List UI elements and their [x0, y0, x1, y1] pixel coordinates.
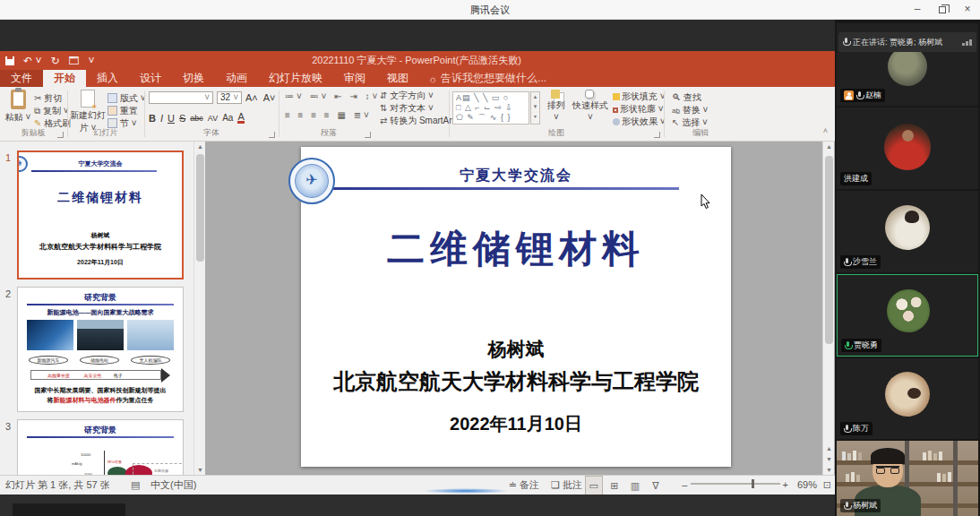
tab-transitions[interactable]: 切换 [172, 70, 215, 87]
reset-button[interactable]: 重置 [107, 105, 138, 117]
tab-home[interactable]: 开始 [43, 70, 86, 87]
language-indicator[interactable]: 中文(中国) [150, 476, 196, 494]
tab-view[interactable]: 视图 [376, 70, 419, 87]
view-buttons[interactable]: ▭ ⊞ ▥ ∇ [585, 476, 665, 496]
font-name-combo[interactable]: ˅ [149, 91, 213, 104]
strikethrough-button[interactable]: S [179, 113, 185, 124]
slide-sorter-icon[interactable]: ⊞ [606, 477, 623, 495]
save-icon[interactable] [5, 56, 14, 65]
slideshow-from-start-icon[interactable]: 🗔 [68, 55, 79, 67]
group-editing: 🔍︎ 查找 ab̲ 替换 ˅ ↖ 选择 ˅ 编辑 [665, 87, 736, 141]
alignment-icons[interactable]: ≡ ≡ ≡ ≡ ▦ ≣˅ [285, 110, 372, 120]
thumbnail-scrollbar[interactable]: ▲ ▼ [193, 142, 205, 475]
comments-button[interactable]: ❏ 批注 [551, 476, 582, 494]
undo-icon[interactable]: ↶ ˅ [23, 55, 41, 67]
shapes-gallery-scroll[interactable]: ▲▼▾ [530, 91, 540, 125]
participant-tile[interactable]: 沙雪兰 [837, 191, 978, 272]
paragraph-dialog-launcher[interactable] [365, 132, 371, 138]
zoom-control[interactable]: – + [682, 476, 788, 494]
slide-scrollbar[interactable]: ▲ ▲ ▼ ▼ [822, 142, 834, 475]
speaking-mic-icon [843, 38, 849, 47]
quick-access-toolbar: ↶ ˅ ↻ 🗔 ˅ [5, 52, 94, 69]
reading-view-icon[interactable]: ▥ [626, 477, 644, 495]
slideshow-view-icon[interactable]: ∇ [647, 477, 665, 495]
shape-fill-button[interactable]: 形状填充 ˅ [613, 90, 666, 103]
minimize-button[interactable]: – [905, 0, 930, 20]
font-color-button[interactable]: A [237, 112, 244, 124]
change-case-button[interactable]: Aa [222, 113, 233, 123]
grow-font-icon: A˄ [245, 92, 258, 103]
avatar [887, 289, 930, 332]
ppt-window-title: 20221110 宁夏大学 - PowerPoint(产品激活失败) [179, 51, 654, 70]
find-button[interactable]: 🔍︎ 查找 [672, 91, 701, 104]
avatar [885, 372, 930, 417]
clipboard-dialog-launcher[interactable] [57, 132, 64, 138]
copy-button[interactable]: ⧉ 复制 ˅ [34, 105, 69, 117]
text-direction-button[interactable]: ⇵ 文字方向 ˅ [380, 90, 434, 102]
underline-button[interactable]: U [168, 113, 175, 124]
zoom-slider[interactable] [691, 483, 780, 485]
cut-button[interactable]: ✂ 剪切 [34, 92, 62, 105]
arrange-button[interactable]: 排列˅ [545, 90, 568, 122]
tab-file[interactable]: 文件 [0, 70, 43, 87]
tab-insert[interactable]: 插入 [86, 70, 129, 87]
normal-view-icon[interactable]: ▭ [585, 476, 603, 496]
shapes-gallery[interactable]: A▤ ╲ ╲ ▭ ○□ △ ⌐ ⌙ ⇨ ⇩⬠ ✎ ⌒ ∿ { } [452, 91, 529, 125]
participant-tile[interactable]: 洪建成 [837, 108, 978, 189]
notes-button[interactable]: ≐ 备注 [509, 476, 539, 494]
participant-tile-video[interactable]: 杨树斌 [837, 441, 978, 516]
tab-animations[interactable]: 动画 [215, 70, 258, 87]
mic-icon [844, 502, 850, 511]
slide-title: 二维储锂材料 [301, 224, 731, 274]
paste-button[interactable]: 粘贴 ˅ [3, 90, 33, 124]
mic-icon [856, 91, 863, 100]
smartart-button[interactable]: ⇄ 转换为 SmartArt [380, 115, 454, 127]
fit-to-window-icon[interactable]: ⊡ [823, 476, 831, 494]
reset-icon [107, 106, 117, 116]
taskbar-fragment [13, 503, 125, 516]
italic-button[interactable]: I [160, 113, 163, 124]
slide-thumbnail-2[interactable]: 研究背景 新能源电池——面向国家重大战略需求 新能源汽车 储能电站 无人机编队 … [17, 287, 184, 412]
quick-styles-button[interactable]: 快速样式˅ [570, 90, 611, 122]
drawing-dialog-launcher[interactable] [654, 132, 660, 138]
participant-tile[interactable]: 陈万 [837, 358, 978, 439]
university-logo [17, 156, 28, 172]
zoom-in-icon[interactable]: + [783, 479, 788, 490]
thumb-number-3: 3 [5, 421, 11, 432]
shape-outline-button[interactable]: 形状轮廓 ˅ [613, 103, 664, 116]
shape-effects-icon [613, 118, 620, 125]
tab-slideshow[interactable]: 幻灯片放映 [258, 70, 333, 87]
slide-thumbnail-3[interactable]: 研究背景 10000 1000 mAh/g 理论容量 石墨负极 [17, 419, 184, 475]
redo-icon[interactable]: ↻ [50, 55, 59, 67]
shape-effects-button[interactable]: 形状效果 ˅ [613, 116, 666, 128]
slide-canvas[interactable]: 宁夏大学交流会 二维储锂材料 杨树斌 北京航空航天大学材料科学与工程学院 202… [301, 147, 731, 467]
arrange-icon [551, 90, 560, 99]
font-size-combo[interactable]: 32˅ [217, 91, 242, 104]
qat-customize-icon[interactable]: ˅ [88, 55, 94, 67]
font-dialog-launcher[interactable] [269, 132, 275, 138]
participant-tile-speaking[interactable]: 贾晓勇 [837, 274, 978, 357]
close-button[interactable]: × [955, 0, 980, 20]
tell-me-box[interactable]: ☼ 告诉我您想要做什么... [419, 70, 555, 87]
layout-button[interactable]: 版式 ˅ [107, 92, 146, 105]
slide-counter: 幻灯片 第 1 张, 共 57 张 [5, 476, 110, 494]
align-text-button[interactable]: ⇅ 对齐文本 ˅ [380, 102, 434, 115]
thumb2-image-storage [77, 320, 124, 350]
collapse-ribbon-icon[interactable]: ˄ [823, 126, 828, 135]
abc-strike-icon[interactable]: abc [190, 114, 203, 123]
list-indent-icons[interactable]: ≔˅ ≕˅ ⇤ ⇥ ↕˅ [285, 91, 380, 101]
bold-button[interactable]: B [149, 113, 156, 124]
tab-design[interactable]: 设计 [129, 70, 172, 87]
char-spacing-button[interactable]: AV [208, 114, 218, 123]
replace-button[interactable]: ab̲ 替换 ˅ [672, 104, 708, 116]
replace-icon: ab̲ [672, 107, 680, 115]
shape-outline-icon [613, 108, 618, 113]
speaking-indicator: 正在讲话: 贾晓勇; 杨树斌 [838, 32, 976, 52]
restore-button[interactable] [930, 0, 955, 20]
slide-thumbnail-1[interactable]: 宁夏大学交流会 二维储锂材料 杨树斌 北京航空航天大学材料科学与工程学院 202… [17, 150, 184, 280]
zoom-out-icon[interactable]: – [682, 479, 687, 490]
spellcheck-icon[interactable]: ▤ [131, 476, 140, 494]
tab-review[interactable]: 审阅 [333, 70, 376, 87]
grow-shrink-font[interactable]: A˄A˅ [245, 92, 276, 103]
thumbnail-panel: 1 宁夏大学交流会 二维储锂材料 杨树斌 北京航空航天大学材料科学与工程学院 2… [0, 142, 193, 475]
